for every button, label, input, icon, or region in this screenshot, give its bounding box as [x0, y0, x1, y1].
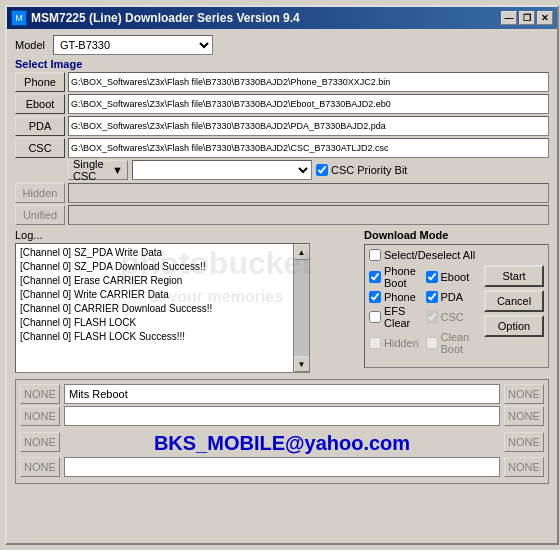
port-btn-4-left: NONE	[20, 457, 60, 477]
cancel-button[interactable]: Cancel	[484, 290, 544, 312]
port-btn-3-left: NONE	[20, 432, 60, 452]
main-area: Log... [Channel 0] SZ_PDA Write Data [Ch…	[15, 229, 549, 373]
csc-priority-bit-text: CSC Priority Bit	[331, 164, 407, 176]
unified-path	[68, 205, 549, 225]
action-buttons: Start Cancel Option	[484, 265, 544, 359]
efs-clear-checkbox[interactable]	[369, 311, 381, 323]
port-label-2	[64, 406, 500, 426]
download-mode-section: Download Mode Select/Deselect All	[364, 229, 549, 373]
hidden-button: Hidden	[15, 183, 65, 203]
checkboxes-area: Phone Boot Eboot Phone	[369, 265, 480, 359]
single-csc-label: Single CSC	[73, 158, 112, 182]
log-entry: [Channel 0] Erase CARRIER Region	[20, 274, 305, 288]
phone-button[interactable]: Phone	[15, 72, 65, 92]
csc-button[interactable]: CSC	[15, 138, 65, 158]
efs-clear-label: EFS Clear	[384, 305, 424, 329]
phone-boot-checkbox[interactable]	[369, 271, 381, 283]
phone-boot-checkbox-label: Phone Boot	[369, 265, 424, 289]
log-box: [Channel 0] SZ_PDA Write Data [Channel 0…	[15, 243, 310, 373]
scroll-down-arrow[interactable]: ▼	[294, 356, 310, 372]
log-entry: [Channel 0] FLASH LOCK	[20, 316, 305, 330]
select-all-row: Select/Deselect All	[369, 249, 544, 261]
minimize-button[interactable]: —	[501, 11, 517, 25]
buttons-row: Phone Boot Eboot Phone	[369, 265, 544, 359]
port-label-1: Mits Reboot	[64, 384, 500, 404]
phone-boot-label: Phone Boot	[384, 265, 424, 289]
model-label: Model	[15, 39, 45, 51]
log-entry: [Channel 0] CARRIER Download Success!!	[20, 302, 305, 316]
start-button[interactable]: Start	[484, 265, 544, 287]
hidden-row: Hidden	[15, 183, 549, 203]
log-label: Log...	[15, 229, 358, 241]
eboot-path: G:\BOX_Softwares\Z3x\Flash file\B7330\B7…	[68, 94, 549, 114]
port-btn-2-left: NONE	[20, 406, 60, 426]
download-checkboxes: Phone Boot Eboot Phone	[369, 265, 480, 355]
port-label-4	[64, 457, 500, 477]
csc-dl-checkbox-label: CSC	[426, 305, 481, 329]
csc-dl-checkbox	[426, 311, 438, 323]
download-controls: Select/Deselect All Phone Boot	[364, 244, 549, 368]
log-content: [Channel 0] SZ_PDA Write Data [Channel 0…	[16, 244, 309, 346]
restore-button[interactable]: ❐	[519, 11, 535, 25]
hidden-dl-checkbox-label: Hidden	[369, 331, 424, 355]
log-scrollbar[interactable]: ▲ ▼	[293, 244, 309, 372]
pda-button[interactable]: PDA	[15, 116, 65, 136]
pda-dl-label: PDA	[441, 291, 464, 303]
eboot-button[interactable]: Eboot	[15, 94, 65, 114]
pda-path: G:\BOX_Softwares\Z3x\Flash file\B7330\B7…	[68, 116, 549, 136]
csc-priority-bit-label: CSC Priority Bit	[316, 164, 407, 176]
port-row-1: NONE Mits Reboot NONE	[20, 384, 544, 404]
phone-dl-checkbox-label: Phone	[369, 291, 424, 303]
port-row-3: NONE BKS_MOBILE@yahoo.com NONE	[20, 428, 544, 455]
port-btn-1-left: NONE	[20, 384, 60, 404]
scroll-up-arrow[interactable]: ▲	[294, 244, 310, 260]
option-button[interactable]: Option	[484, 315, 544, 337]
window-title: MSM7225 (Line) Downloader Series Version…	[31, 11, 300, 25]
eboot-dl-label: Eboot	[441, 271, 470, 283]
pda-row: PDA G:\BOX_Softwares\Z3x\Flash file\B733…	[15, 116, 549, 136]
select-all-checkbox[interactable]	[369, 249, 381, 261]
csc-dl-label: CSC	[441, 311, 464, 323]
efs-clear-checkbox-label: EFS Clear	[369, 305, 424, 329]
close-button[interactable]: ✕	[537, 11, 553, 25]
email-area: BKS_MOBILE@yahoo.com	[64, 428, 500, 455]
title-bar: M MSM7225 (Line) Downloader Series Versi…	[7, 7, 557, 29]
log-section: Log... [Channel 0] SZ_PDA Write Data [Ch…	[15, 229, 358, 373]
port-btn-1-right: NONE	[504, 384, 544, 404]
clean-boot-label: Clean Boot	[441, 331, 481, 355]
select-all-text: Select/Deselect All	[384, 249, 475, 261]
app-icon: M	[11, 10, 27, 26]
port-btn-4-right: NONE	[504, 457, 544, 477]
phone-row: Phone G:\BOX_Softwares\Z3x\Flash file\B7…	[15, 72, 549, 92]
scroll-track	[294, 260, 310, 356]
content-area: Model GT-B7330 Select Image Phone G:\BOX…	[7, 29, 557, 490]
eboot-checkbox-label: Eboot	[426, 265, 481, 289]
model-select[interactable]: GT-B7330	[53, 35, 213, 55]
hidden-dl-checkbox	[369, 337, 381, 349]
csc-path: G:\BOX_Softwares\Z3x\Flash file\B7330\B7…	[68, 138, 549, 158]
eboot-row: Eboot G:\BOX_Softwares\Z3x\Flash file\B7…	[15, 94, 549, 114]
title-bar-left: M MSM7225 (Line) Downloader Series Versi…	[11, 10, 300, 26]
csc-value-select[interactable]	[132, 160, 312, 180]
single-csc-dropdown[interactable]: Single CSC ▼	[68, 160, 128, 180]
unified-row: Unified	[15, 205, 549, 225]
csc-row: CSC G:\BOX_Softwares\Z3x\Flash file\B733…	[15, 138, 549, 158]
clean-boot-checkbox-label: Clean Boot	[426, 331, 481, 355]
hidden-path	[68, 183, 549, 203]
phone-path: G:\BOX_Softwares\Z3x\Flash file\B7330\B7…	[68, 72, 549, 92]
eboot-checkbox[interactable]	[426, 271, 438, 283]
port-section: NONE Mits Reboot NONE NONE NONE NONE BKS…	[15, 379, 549, 484]
phone-dl-checkbox[interactable]	[369, 291, 381, 303]
port-row-2: NONE NONE	[20, 406, 544, 426]
log-entry: [Channel 0] SZ_PDA Write Data	[20, 246, 305, 260]
pda-dl-checkbox[interactable]	[426, 291, 438, 303]
log-entry: [Channel 0] SZ_PDA Download Success!!	[20, 260, 305, 274]
main-window: M MSM7225 (Line) Downloader Series Versi…	[5, 5, 559, 545]
csc-priority-bit-checkbox[interactable]	[316, 164, 328, 176]
model-row: Model GT-B7330	[15, 35, 549, 55]
file-rows: Phone G:\BOX_Softwares\Z3x\Flash file\B7…	[15, 72, 549, 158]
select-all-label: Select/Deselect All	[369, 249, 544, 261]
log-entry: [Channel 0] Write CARRIER Data	[20, 288, 305, 302]
log-entry: [Channel 0] FLASH LOCK Success!!!	[20, 330, 305, 344]
csc-options-row: Single CSC ▼ CSC Priority Bit	[68, 160, 549, 180]
